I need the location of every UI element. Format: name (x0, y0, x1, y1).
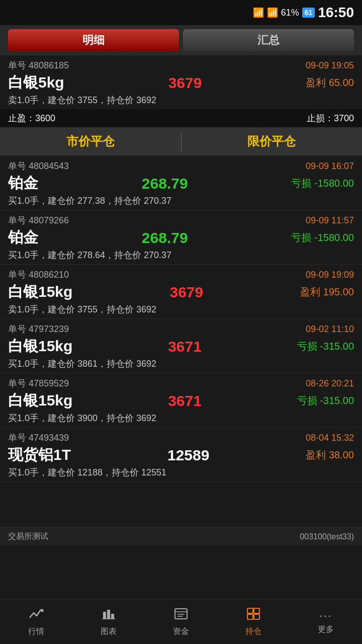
trade-pnl: 亏损 -1580.00 (291, 231, 354, 245)
nav-item-chart[interactable]: 图表 (72, 599, 145, 644)
svg-rect-8 (247, 608, 253, 613)
trade-name: 白银15kg (8, 390, 72, 411)
trade-name: 铂金 (8, 173, 38, 194)
trade-pnl: 盈利 65.00 (306, 76, 354, 90)
nav-item-more[interactable]: ··· 更多 (290, 599, 362, 644)
tab-bar: 明细 汇总 (0, 25, 362, 55)
trade-name: 铂金 (8, 227, 38, 248)
order-no: 单号 48079266 (8, 214, 69, 226)
order-no: 单号 47859529 (8, 377, 69, 389)
trade-item: 单号 47859529 08-26 20:21 白银15kg 3671 亏损 -… (0, 373, 362, 428)
trade-item: 单号 48084543 09-09 16:07 铂金 268.79 亏损 -15… (0, 156, 362, 210)
trade-detail: 买1.0手，建仓价 12188，持仓价 12551 (8, 466, 354, 478)
trade-detail: 买1.0手，建仓价 3900，持仓价 3692 (8, 412, 354, 424)
status-bar: 📶 📶 61% 61 16:50 (0, 0, 362, 25)
positions-icon (246, 607, 261, 624)
nav-item-market[interactable]: 行情 (0, 599, 72, 644)
nav-label-funds: 资金 (173, 626, 189, 637)
trade-price: 268.79 (142, 229, 188, 247)
trade-item: 单号 48086210 09-09 19:09 白银15kg 3679 盈利 1… (0, 265, 362, 319)
limit-close-button[interactable]: 限价平仓 (182, 127, 363, 155)
trade-date: 08-26 20:21 (306, 378, 354, 389)
content-area: 单号 48086185 09-09 19:05 白银5kg 3679 盈利 65… (0, 55, 362, 527)
svg-rect-0 (103, 612, 106, 619)
nav-label-positions: 持仓 (245, 626, 261, 637)
svg-rect-9 (254, 608, 259, 613)
trade-date: 09-02 11:10 (306, 324, 354, 335)
status-icons: 📶 📶 61% 61 16:50 (253, 5, 354, 21)
nav-label-more: 更多 (318, 624, 334, 635)
trade-date: 08-04 15:32 (306, 433, 354, 443)
trade-item: 单号 48086185 09-09 19:05 白银5kg 3679 盈利 65… (0, 55, 362, 156)
trade-item: 单号 47493439 08-04 15:32 现货铝1T 12589 盈利 3… (0, 428, 362, 482)
battery-percent: 61% (281, 8, 299, 18)
trade-date: 09-09 16:07 (306, 161, 354, 172)
order-no: 单号 47973239 (8, 323, 69, 335)
trade-price: 12589 (167, 447, 209, 464)
trade-price: 268.79 (142, 175, 188, 192)
funds-icon (173, 607, 189, 624)
trade-date: 09-09 19:09 (306, 270, 354, 280)
trade-pnl: 亏损 -1580.00 (291, 177, 354, 190)
trade-pnl: 盈利 38.00 (306, 448, 354, 462)
tab-detail[interactable]: 明细 (8, 29, 179, 51)
trade-pnl: 亏损 -315.00 (297, 394, 354, 408)
order-no: 单号 48086210 (8, 269, 69, 281)
trade-name: 现货铝1T (8, 445, 71, 465)
signal-icon: 📶 (267, 7, 278, 18)
order-no: 单号 47493439 (8, 432, 69, 444)
trade-price: 3679 (169, 284, 203, 301)
trade-detail: 卖1.0手，建仓价 3755，持仓价 3692 (8, 303, 354, 315)
footer-left: 交易所测试 (8, 531, 48, 542)
chart-icon (101, 607, 116, 624)
nav-item-funds[interactable]: 资金 (145, 599, 217, 644)
wifi-icon: 📶 (253, 7, 264, 18)
footer-right: 003100(test33) (300, 532, 354, 541)
tab-summary[interactable]: 汇总 (183, 29, 354, 51)
nav-label-market: 行情 (28, 626, 44, 637)
svg-rect-11 (254, 614, 259, 619)
trade-detail: 卖1.0手，建仓价 3755，持仓价 3692 (8, 94, 354, 106)
trade-detail: 买1.0手，建仓价 277.38，持仓价 270.37 (8, 195, 354, 207)
trade-detail: 买1.0手，建仓价 3861，持仓价 3692 (8, 358, 354, 370)
svg-rect-2 (111, 614, 114, 619)
trade-name: 白银15kg (8, 336, 72, 357)
action-row: 市价平仓 限价平仓 (0, 127, 362, 155)
svg-rect-4 (175, 609, 187, 619)
market-close-button[interactable]: 市价平仓 (0, 127, 181, 155)
trade-detail: 买1.0手，建仓价 278.64，持仓价 270.37 (8, 249, 354, 261)
trade-pnl: 盈利 195.00 (300, 285, 354, 299)
trade-date: 09-09 11:57 (306, 215, 354, 226)
trade-item: 单号 47973239 09-02 11:10 白银15kg 3671 亏损 -… (0, 319, 362, 373)
stop-row: 止盈：3600 止损：3700 (0, 109, 362, 127)
trade-price: 3679 (168, 74, 202, 92)
nav-item-positions[interactable]: 持仓 (217, 599, 290, 644)
trade-name: 白银15kg (8, 282, 72, 302)
svg-rect-1 (107, 610, 110, 619)
footer-status: 交易所测试 003100(test33) (0, 527, 362, 545)
battery-label: 61 (302, 8, 315, 18)
trade-date: 09-09 19:05 (306, 60, 354, 71)
trade-name: 白银5kg (8, 72, 64, 93)
more-icon: ··· (319, 608, 332, 622)
market-icon (29, 607, 44, 624)
svg-rect-10 (247, 614, 253, 619)
trade-pnl: 亏损 -315.00 (297, 340, 354, 353)
stop-loss: 止损：3700 (307, 112, 354, 124)
trade-price: 3671 (168, 338, 202, 355)
trade-item: 单号 48079266 09-09 11:57 铂金 268.79 亏损 -15… (0, 210, 362, 265)
order-no: 单号 48086185 (8, 59, 69, 71)
nav-label-chart: 图表 (101, 626, 117, 637)
order-no: 单号 48084543 (8, 160, 69, 172)
trade-price: 3671 (168, 392, 202, 410)
clock: 16:50 (318, 5, 354, 21)
bottom-nav: 行情 图表 资金 (0, 599, 362, 644)
stop-profit: 止盈：3600 (8, 112, 55, 124)
